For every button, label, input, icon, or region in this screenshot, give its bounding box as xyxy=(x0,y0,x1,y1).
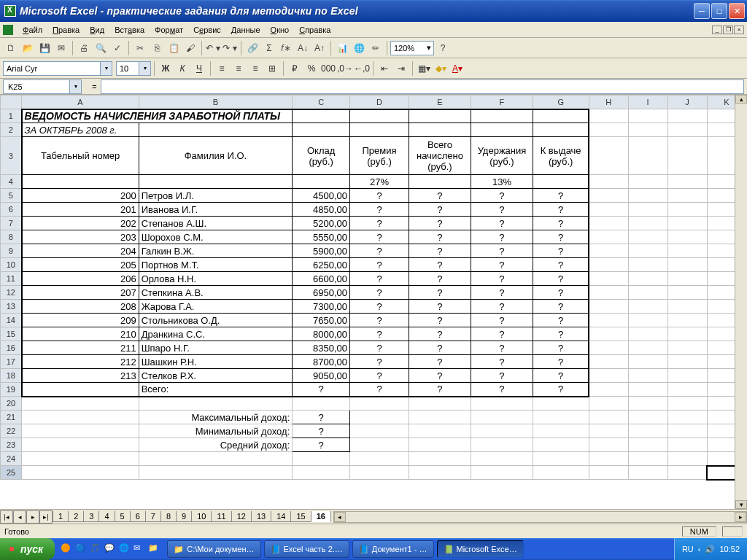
cell[interactable] xyxy=(628,369,667,383)
cell[interactable] xyxy=(533,452,589,466)
cell[interactable] xyxy=(293,452,350,466)
cell[interactable]: ? xyxy=(409,383,471,397)
minimize-button[interactable]: ─ xyxy=(694,3,710,19)
cell[interactable]: ? xyxy=(409,272,471,286)
cell[interactable]: 200 xyxy=(22,189,139,203)
cell[interactable]: 208 xyxy=(22,300,139,314)
row-header-10[interactable]: 10 xyxy=(1,258,22,272)
cell[interactable]: 5900,00 xyxy=(293,244,350,258)
cell[interactable] xyxy=(471,452,533,466)
taskbar-item[interactable]: 📗Microsoft Exce… xyxy=(437,540,524,558)
help-icon[interactable]: ? xyxy=(435,40,451,56)
cell[interactable]: ? xyxy=(350,189,409,203)
cell[interactable] xyxy=(628,109,667,123)
cell[interactable]: ? xyxy=(533,369,589,383)
cell[interactable] xyxy=(533,466,589,480)
cell[interactable] xyxy=(22,452,139,466)
sheet-tab-3[interactable]: 3 xyxy=(83,511,99,522)
cell[interactable]: ? xyxy=(293,438,350,452)
cell[interactable] xyxy=(22,175,139,189)
cell[interactable]: 7650,00 xyxy=(293,314,350,327)
cell[interactable] xyxy=(628,341,667,355)
cell[interactable]: 9050,00 xyxy=(293,369,350,383)
cell[interactable]: ? xyxy=(471,230,533,244)
row-header-15[interactable]: 15 xyxy=(1,327,22,341)
cell[interactable] xyxy=(628,452,667,466)
cell[interactable] xyxy=(589,203,628,217)
cell[interactable]: 6600,00 xyxy=(293,272,350,286)
map-icon[interactable]: 🌐 xyxy=(351,40,367,56)
menu-insert[interactable]: Вставка xyxy=(109,24,150,36)
align-left-icon[interactable]: ≡ xyxy=(214,61,230,77)
cell[interactable] xyxy=(667,397,707,411)
align-right-icon[interactable]: ≡ xyxy=(247,61,263,77)
close-button[interactable]: ✕ xyxy=(729,3,745,19)
cell[interactable]: 212 xyxy=(22,355,139,369)
cell[interactable]: Оклад (руб.) xyxy=(293,137,350,175)
cell[interactable] xyxy=(667,424,707,438)
cell[interactable]: ? xyxy=(409,327,471,341)
cell[interactable]: ? xyxy=(533,217,589,230)
cell[interactable] xyxy=(293,397,350,411)
cell[interactable]: ? xyxy=(533,189,589,203)
ql-icon[interactable]: 🟠 xyxy=(61,543,72,555)
cell[interactable]: 211 xyxy=(22,341,139,355)
maximize-button[interactable]: □ xyxy=(711,3,727,19)
cell[interactable]: 5200,00 xyxy=(293,217,350,230)
cell[interactable]: Галкин В.Ж. xyxy=(139,244,293,258)
cell[interactable]: ? xyxy=(471,189,533,203)
cell[interactable] xyxy=(589,123,628,137)
cell[interactable] xyxy=(22,466,139,480)
menu-data[interactable]: Данные xyxy=(226,24,266,36)
cell[interactable] xyxy=(667,383,707,397)
cell[interactable] xyxy=(628,438,667,452)
cell[interactable] xyxy=(471,123,533,137)
cell[interactable]: Дранкина С.С. xyxy=(139,327,293,341)
cell[interactable]: ? xyxy=(533,383,589,397)
sheet-tab-8[interactable]: 8 xyxy=(160,511,177,522)
cell[interactable] xyxy=(667,217,707,230)
cell[interactable] xyxy=(589,424,628,438)
menu-file[interactable]: Файл xyxy=(18,24,47,36)
scroll-right-icon[interactable]: ▸ xyxy=(735,512,746,522)
tab-last-icon[interactable]: ▸| xyxy=(39,510,53,524)
cell[interactable] xyxy=(589,411,628,424)
cell[interactable]: ? xyxy=(533,341,589,355)
cell[interactable]: Премия (руб.) xyxy=(350,137,409,175)
mdi-minimize[interactable]: _ xyxy=(712,26,722,34)
font-combo[interactable]: Arial Cyr▾ xyxy=(3,61,112,76)
cell[interactable] xyxy=(350,109,409,123)
cell[interactable] xyxy=(350,123,409,137)
cell[interactable] xyxy=(139,175,293,189)
cell[interactable] xyxy=(667,203,707,217)
cell[interactable]: ? xyxy=(533,272,589,286)
tray-icon[interactable]: ‹ xyxy=(698,545,701,553)
cell[interactable]: 8350,00 xyxy=(293,341,350,355)
row-header-22[interactable]: 22 xyxy=(1,424,22,438)
cell[interactable]: 8700,00 xyxy=(293,355,350,369)
cell[interactable] xyxy=(471,466,533,480)
cell[interactable]: ? xyxy=(471,314,533,327)
formula-bar[interactable] xyxy=(101,79,744,94)
cell[interactable] xyxy=(589,383,628,397)
mdi-restore[interactable]: ❐ xyxy=(723,26,733,34)
cell[interactable]: Шашкин Р.Н. xyxy=(139,355,293,369)
col-header-E[interactable]: E xyxy=(409,96,471,109)
fx-icon[interactable]: f∗ xyxy=(278,40,294,56)
cell[interactable] xyxy=(667,123,707,137)
cell[interactable] xyxy=(628,230,667,244)
cell[interactable] xyxy=(139,123,293,137)
cell[interactable] xyxy=(350,411,409,424)
cell[interactable]: ? xyxy=(409,230,471,244)
scroll-down-icon[interactable]: ▾ xyxy=(735,500,747,509)
cell[interactable]: ? xyxy=(350,369,409,383)
sheet-tab-11[interactable]: 11 xyxy=(211,511,231,522)
cell[interactable] xyxy=(628,175,667,189)
row-header-3[interactable]: 3 xyxy=(1,137,22,175)
menu-help[interactable]: Справка xyxy=(294,24,336,36)
cell[interactable]: ? xyxy=(471,355,533,369)
row-header-8[interactable]: 8 xyxy=(1,230,22,244)
cell[interactable]: ? xyxy=(409,217,471,230)
cell[interactable] xyxy=(589,286,628,300)
cell[interactable] xyxy=(589,466,628,480)
